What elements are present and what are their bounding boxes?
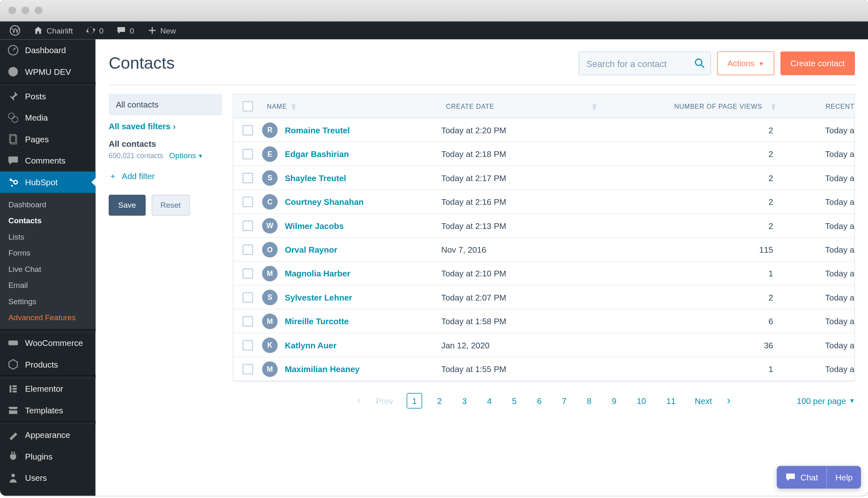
contact-name-link[interactable]: Magnolia Harber <box>285 269 350 278</box>
contact-name-link[interactable]: Wilmer Jacobs <box>285 221 344 230</box>
pagination-page-3[interactable]: 3 <box>457 393 472 408</box>
row-checkbox[interactable] <box>242 196 253 207</box>
sidebar-item-pages[interactable]: Pages <box>0 128 96 150</box>
pagination-page-2[interactable]: 2 <box>432 393 447 408</box>
column-views-label: NUMBER OF PAGE VIEWS <box>674 103 762 110</box>
svg-rect-12 <box>13 385 17 387</box>
avatar: R <box>262 122 277 138</box>
sidebar-item-hubspot[interactable]: HubSpot <box>0 171 96 193</box>
contact-name-link[interactable]: Courtney Shanahan <box>285 197 364 206</box>
pagination-page-9[interactable]: 9 <box>606 393 622 408</box>
updates-link[interactable]: 0 <box>81 22 108 40</box>
search-input[interactable] <box>579 52 711 75</box>
sidebar-item-dashboard[interactable]: Dashboard <box>0 39 96 61</box>
submenu-item-lists[interactable]: Lists <box>0 229 96 245</box>
recent: Today a <box>781 173 854 182</box>
options-link[interactable]: Options ▼ <box>169 151 203 160</box>
row-checkbox[interactable] <box>242 220 253 231</box>
sidebar-item-users[interactable]: Users <box>0 467 96 489</box>
contact-name-link[interactable]: Romaine Treutel <box>285 125 350 135</box>
page-views: 6 <box>602 316 781 326</box>
contact-name-link[interactable]: Mireille Turcotte <box>285 316 349 326</box>
row-checkbox[interactable] <box>242 148 253 159</box>
sidebar-item-wpmu-dev[interactable]: WPMU DEV <box>0 61 96 83</box>
row-checkbox[interactable] <box>242 340 253 350</box>
submenu-item-contacts[interactable]: Contacts <box>0 213 96 229</box>
pagination-next[interactable]: Next <box>689 393 717 408</box>
column-create-date[interactable]: CREATE DATE ▲▼ <box>441 102 602 110</box>
pagination-page-1[interactable]: 1 <box>407 393 422 408</box>
traffic-zoom[interactable] <box>35 7 43 14</box>
row-checkbox[interactable] <box>242 172 253 183</box>
page-views: 2 <box>602 197 781 206</box>
refresh-icon <box>86 26 95 35</box>
wp-logo[interactable] <box>5 22 25 40</box>
pagination-page-8[interactable]: 8 <box>582 393 597 408</box>
pagination-page-6[interactable]: 6 <box>532 393 547 408</box>
submenu-item-forms[interactable]: Forms <box>0 245 96 261</box>
saved-filters-link[interactable]: All saved filters › <box>109 121 222 131</box>
contact-name-link[interactable]: Shaylee Treutel <box>285 173 346 182</box>
sidebar-item-media[interactable]: Media <box>0 107 96 129</box>
pagination-prev[interactable]: Prev <box>371 393 398 408</box>
pagination-prev-arrow[interactable]: ‹ <box>351 391 367 410</box>
row-checkbox[interactable] <box>242 316 253 326</box>
site-name: Chairlift <box>47 26 73 35</box>
sidebar-item-products[interactable]: Products <box>0 354 96 375</box>
row-checkbox[interactable] <box>242 292 253 303</box>
pagination-next-arrow[interactable]: › <box>721 391 736 410</box>
contact-name-link[interactable]: Orval Raynor <box>285 245 337 254</box>
pagination-page-7[interactable]: 7 <box>557 393 572 408</box>
actions-button[interactable]: Actions ▼ <box>717 52 774 75</box>
page-views: 1 <box>602 364 781 373</box>
pagination-page-5[interactable]: 5 <box>507 393 522 408</box>
filter-tab-all[interactable]: All contacts <box>109 94 222 115</box>
create-date: Today at 2:16 PM <box>441 197 602 206</box>
sidebar-item-posts[interactable]: Posts <box>0 85 96 107</box>
select-all-checkbox[interactable] <box>242 101 253 111</box>
sidebar-item-woocommerce[interactable]: WooCommerce <box>0 332 96 354</box>
column-create-label: CREATE DATE <box>446 103 494 110</box>
submenu-item-settings[interactable]: Settings <box>0 293 96 309</box>
contact-name-link[interactable]: Edgar Bashirian <box>285 149 349 159</box>
site-name-link[interactable]: Chairlift <box>29 22 78 40</box>
create-contact-button[interactable]: Create contact <box>780 52 855 75</box>
save-button[interactable]: Save <box>109 195 145 215</box>
sidebar-item-plugins[interactable]: Plugins <box>0 446 96 467</box>
traffic-minimize[interactable] <box>22 7 29 14</box>
contact-name-link[interactable]: Sylvester Lehner <box>285 292 352 302</box>
chat-button[interactable]: Chat <box>776 466 826 489</box>
column-name[interactable]: NAME ▲▼ <box>262 102 441 110</box>
pagination-page-11[interactable]: 11 <box>661 393 681 408</box>
column-recent[interactable]: RECENT <box>781 103 854 110</box>
help-button[interactable]: Help <box>826 466 861 489</box>
row-checkbox[interactable] <box>242 268 253 278</box>
add-filter-button[interactable]: ＋ Add filter <box>109 171 222 182</box>
column-page-views[interactable]: NUMBER OF PAGE VIEWS ▲▼ <box>602 102 781 110</box>
sort-icon: ▲▼ <box>591 102 597 110</box>
submenu-item-live-chat[interactable]: Live Chat <box>0 261 96 277</box>
sidebar-item-comments[interactable]: Comments <box>0 150 96 172</box>
per-page-selector[interactable]: 100 per page ▼ <box>797 396 855 405</box>
reset-button[interactable]: Reset <box>152 195 190 215</box>
comments-link[interactable]: 0 <box>112 22 139 40</box>
sidebar-item-elementor[interactable]: Elementor <box>0 378 96 400</box>
submenu-item-dashboard[interactable]: Dashboard <box>0 197 96 213</box>
search-icon[interactable] <box>694 58 705 69</box>
new-content-link[interactable]: New <box>143 22 181 40</box>
row-checkbox[interactable] <box>242 125 253 135</box>
traffic-close[interactable] <box>8 7 16 14</box>
avatar: M <box>262 265 277 281</box>
submenu-item-advanced-features[interactable]: Advanced Features <box>0 310 96 325</box>
pagination-page-10[interactable]: 10 <box>631 393 651 408</box>
window-titlebar <box>0 0 868 22</box>
submenu-item-email[interactable]: Email <box>0 277 96 293</box>
sidebar-item-templates[interactable]: Templates <box>0 399 96 421</box>
create-date: Today at 2:10 PM <box>441 269 602 278</box>
sidebar-item-appearance[interactable]: Appearance <box>0 424 96 446</box>
pagination-page-4[interactable]: 4 <box>482 393 497 408</box>
contact-name-link[interactable]: Maximilian Heaney <box>285 364 360 373</box>
row-checkbox[interactable] <box>242 363 253 374</box>
row-checkbox[interactable] <box>242 244 253 255</box>
contact-name-link[interactable]: Katlynn Auer <box>285 340 337 350</box>
